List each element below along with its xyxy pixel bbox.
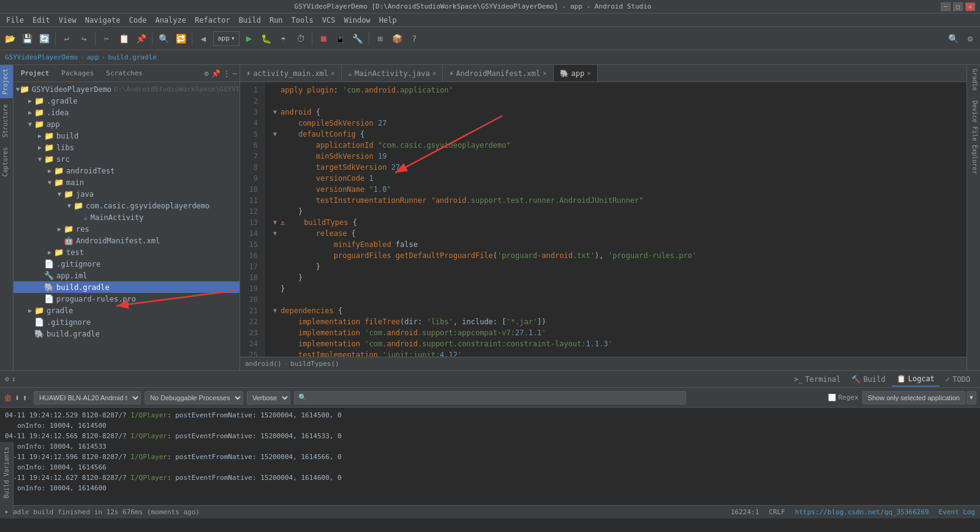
close-button[interactable]: ✕ <box>965 2 975 11</box>
tab-close-button[interactable]: ✕ <box>331 69 335 77</box>
process-select[interactable]: No Debuggable Processes <box>145 391 243 405</box>
project-panel-tab[interactable]: Project <box>0 65 13 98</box>
tree-item--gradle[interactable]: ▶📁.gradle <box>13 95 239 107</box>
tree-expand-icon[interactable]: ▶ <box>36 144 44 151</box>
tree-item--idea[interactable]: ▶📁.idea <box>13 107 239 118</box>
tree-expand-icon[interactable]: ▶ <box>26 307 34 314</box>
run-config-prev[interactable]: ◀ <box>196 31 211 46</box>
tree-item-gradle[interactable]: ▶📁gradle <box>13 305 239 316</box>
tree-item-com-casic-gsyvideoplayerdemo[interactable]: ▼📁com.casic.gsyvideoplayerdemo <box>13 200 239 211</box>
scratches-tab[interactable]: Scratches <box>101 67 148 80</box>
logcat-pin-icon[interactable]: ↕ <box>12 375 16 383</box>
tree-item-build-gradle[interactable]: 🐘build.gradle <box>13 328 239 340</box>
avd-button[interactable]: 📱 <box>333 31 348 46</box>
event-log-link[interactable]: Event Log <box>938 508 975 516</box>
structure-button[interactable]: ⊞ <box>373 31 388 46</box>
logcat-up-icon[interactable]: ⬆ <box>22 393 27 403</box>
tree-expand-icon[interactable]: ▶ <box>26 97 34 104</box>
tree-item--gitignore[interactable]: 📄.gitignore <box>13 258 239 270</box>
gutter-fold-icon[interactable]: ▼ <box>270 217 281 228</box>
menu-item-build[interactable]: Build <box>235 15 265 26</box>
find-button[interactable]: 🔍 <box>156 31 171 46</box>
editor-bc-android[interactable]: android() <box>245 360 282 368</box>
packages-tab[interactable]: Packages <box>56 67 99 80</box>
tree-expand-icon[interactable]: ▶ <box>45 249 54 256</box>
project-collapse-icon[interactable]: – <box>233 69 237 78</box>
minimize-button[interactable]: ─ <box>941 2 951 11</box>
paste-button[interactable]: 📌 <box>134 31 148 46</box>
project-gear-icon[interactable]: ⋮ <box>223 69 230 78</box>
tree-item-libs[interactable]: ▶📁libs <box>13 142 239 153</box>
debug-button[interactable]: 🐛 <box>259 31 274 46</box>
menu-item-analyze[interactable]: Analyze <box>151 15 190 26</box>
menu-item-edit[interactable]: Edit <box>29 15 54 26</box>
help-button[interactable]: ? <box>407 31 422 46</box>
tab-close-button[interactable]: ✕ <box>587 69 591 77</box>
menu-item-code[interactable]: Code <box>126 15 151 26</box>
tree-item-AndroidManifest-xml[interactable]: 🤖AndroidManifest.xml <box>13 235 239 246</box>
stop-button[interactable]: ⏹ <box>316 31 331 46</box>
logcat-clear-icon[interactable]: 🗑 <box>4 393 12 403</box>
tree-item-build[interactable]: ▶📁build <box>13 130 239 142</box>
favorites-tab[interactable]: ★ <box>2 507 11 519</box>
tree-expand-icon[interactable]: ▶ <box>45 167 54 174</box>
logcat-search-input[interactable] <box>307 392 682 404</box>
tree-expand-icon[interactable]: ▶ <box>26 109 34 116</box>
coverage-button[interactable]: ☂ <box>276 31 291 46</box>
undo-button[interactable]: ↩ <box>59 31 74 46</box>
tab-close-button[interactable]: ✕ <box>432 69 437 77</box>
tree-item-app[interactable]: ▼📁app <box>13 118 239 130</box>
menu-item-view[interactable]: View <box>55 15 80 26</box>
copy-button[interactable]: 📋 <box>116 31 131 46</box>
menu-item-window[interactable]: Window <box>340 15 374 26</box>
device-file-explorer-tab[interactable]: Device File Explorer <box>967 97 980 178</box>
tree-expand-icon[interactable]: ▶ <box>55 226 64 232</box>
menu-item-navigate[interactable]: Navigate <box>81 15 124 26</box>
tree-item-src[interactable]: ▼📁src <box>13 153 239 165</box>
breadcrumb-project[interactable]: GSYVideoPlayerDemo <box>5 53 78 61</box>
editor-tab-AndroidManifest-xml[interactable]: ⚡AndroidManifest.xml✕ <box>443 65 553 82</box>
build-variants-tab[interactable]: Build Variants <box>2 444 11 501</box>
logcat-tab[interactable]: 📋 Logcat <box>892 372 940 387</box>
tree-item--gitignore[interactable]: 📄.gitignore <box>13 316 239 328</box>
only-selected-button[interactable]: Show only selected application <box>862 391 965 405</box>
save-button[interactable]: 💾 <box>20 31 34 46</box>
cut-button[interactable]: ✂ <box>99 31 114 46</box>
project-settings-icon[interactable]: ⚙ <box>205 69 209 78</box>
editor-bc-buildtypes[interactable]: buildTypes() <box>290 360 339 368</box>
menu-item-help[interactable]: Help <box>375 15 401 26</box>
search-everywhere-button[interactable]: 🔍 <box>946 31 960 46</box>
tree-item-res[interactable]: ▶📁res <box>13 223 239 235</box>
menu-item-vcs[interactable]: VCS <box>318 15 339 26</box>
tree-item-build-gradle[interactable]: 🐘build.gradle <box>13 281 239 293</box>
sync-button[interactable]: 🔄 <box>37 31 51 46</box>
gutter-fold-icon[interactable]: ▼ <box>270 129 281 140</box>
profile-button[interactable]: ⏱ <box>293 31 308 46</box>
sdk-manager-button[interactable]: 📦 <box>390 31 405 46</box>
captures-panel-tab[interactable]: Captures <box>0 143 13 180</box>
project-pin-icon[interactable]: 📌 <box>211 69 221 78</box>
tree-item-androidTest[interactable]: ▶📁androidTest <box>13 165 239 177</box>
tab-close-button[interactable]: ✕ <box>543 69 547 77</box>
gutter-fold-icon[interactable]: ▼ <box>270 228 281 239</box>
tree-expand-icon[interactable]: ▼ <box>36 156 44 162</box>
sdk-button[interactable]: 🔧 <box>350 31 365 46</box>
logcat-settings-icon[interactable]: ⚙ <box>5 375 9 383</box>
logcat-scroll-icon[interactable]: ⬇ <box>15 393 20 403</box>
gutter-fold-icon[interactable]: ▼ <box>270 305 281 316</box>
terminal-tab[interactable]: >_ Terminal <box>789 373 845 386</box>
menu-item-file[interactable]: File <box>2 15 28 26</box>
menu-item-tools[interactable]: Tools <box>288 15 317 26</box>
structure-panel-tab[interactable]: Structure <box>0 101 13 141</box>
run-config-select[interactable]: app ▾ <box>213 31 239 46</box>
settings-icon[interactable]: ⚙ <box>963 31 978 46</box>
tree-item-test[interactable]: ▶📁test <box>13 246 239 258</box>
open-button[interactable]: 📂 <box>2 31 17 46</box>
project-tab[interactable]: Project <box>16 67 54 80</box>
code-content[interactable]: apply plugin: 'com.android.application' … <box>265 82 967 357</box>
redo-button[interactable]: ↪ <box>77 31 91 46</box>
menu-item-run[interactable]: Run <box>266 15 287 26</box>
tree-item-main[interactable]: ▼📁main <box>13 177 239 188</box>
menu-item-refactor[interactable]: Refactor <box>191 15 234 26</box>
regex-checkbox[interactable] <box>828 393 836 401</box>
